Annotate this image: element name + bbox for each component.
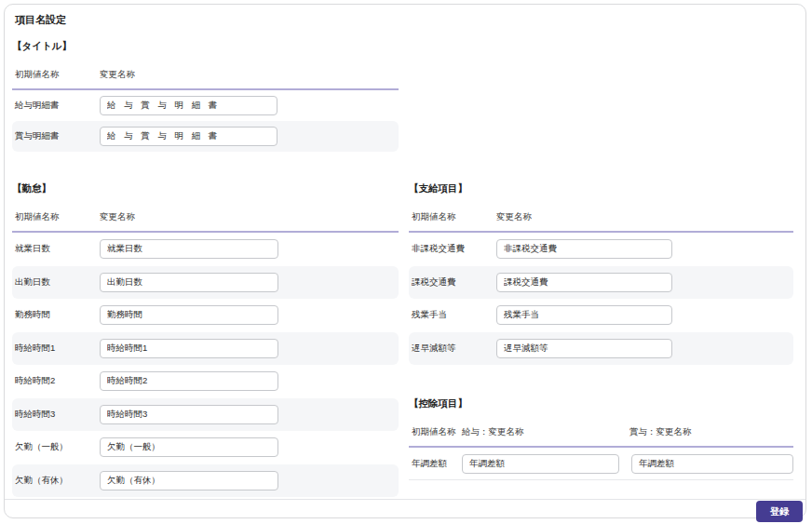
table-row: 勤務時間 xyxy=(12,299,399,332)
column-header-changed: 変更名称 xyxy=(100,69,135,81)
rename-input[interactable] xyxy=(496,305,672,325)
row-label: 時給時間3 xyxy=(15,409,100,421)
rename-input[interactable] xyxy=(496,339,672,358)
table-row: 欠勤（一般） xyxy=(12,431,399,464)
table-row: 出勤日数 xyxy=(12,266,399,300)
rename-input[interactable] xyxy=(100,96,277,115)
row-label: 就業日数 xyxy=(15,243,100,255)
rename-input[interactable] xyxy=(100,339,278,358)
section-deduction-items: 【控除項目】 初期値名称 給与：変更名称 賞与：変更名称 年調差額 xyxy=(409,396,793,480)
footer-divider xyxy=(5,499,805,500)
table-body: 就業日数 出勤日数 勤務時間 時給時間1 時給時間2 時給時間3 xyxy=(12,233,399,497)
table-row: 時給時間2 xyxy=(12,365,399,398)
row-label: 年調差額 xyxy=(412,458,462,470)
table-row: 給与明細書 xyxy=(12,90,399,121)
column-header-salary-changed: 給与：変更名称 xyxy=(462,426,629,438)
table-row: 遅早減額等 xyxy=(409,332,793,366)
column-headers: 初期値名称 変更名称 xyxy=(12,211,399,233)
column-header-changed: 変更名称 xyxy=(100,211,135,223)
table-body: 非課税交通費 課税交通費 残業手当 遅早減額等 xyxy=(409,233,793,365)
table-row: 時給時間1 xyxy=(12,332,399,366)
table-row: 時給時間3 xyxy=(12,398,399,432)
table-row: 課税交通費 xyxy=(409,266,793,300)
column-headers: 初期値名称 給与：変更名称 賞与：変更名称 xyxy=(409,426,793,448)
section-title-names: 【タイトル】 初期値名称 変更名称 給与明細書 賞与明細書 xyxy=(12,39,399,152)
row-label: 欠勤（有休） xyxy=(15,475,100,487)
section-heading: 【勤怠】 xyxy=(12,181,399,195)
page-title: 項目名設定 xyxy=(15,13,66,27)
rename-input[interactable] xyxy=(496,273,672,292)
table-row: 就業日数 xyxy=(12,233,399,266)
row-label: 給与明細書 xyxy=(15,100,100,112)
rename-input[interactable] xyxy=(100,371,278,391)
section-heading: 【タイトル】 xyxy=(12,39,399,52)
table-row: 賞与明細書 xyxy=(12,121,399,152)
section-payment-items: 【支給項目】 初期値名称 変更名称 非課税交通費 課税交通費 残業手当 遅早減額… xyxy=(409,181,793,365)
submit-button[interactable]: 登録 xyxy=(756,501,803,522)
row-label: 賞与明細書 xyxy=(15,130,100,142)
column-headers: 初期値名称 変更名称 xyxy=(409,211,793,233)
table-row: 年調差額 xyxy=(409,448,793,480)
column-header-initial: 初期値名称 xyxy=(412,211,496,223)
section-heading: 【控除項目】 xyxy=(409,396,793,410)
bonus-rename-input[interactable] xyxy=(631,454,793,474)
rename-input[interactable] xyxy=(496,239,672,259)
column-header-initial: 初期値名称 xyxy=(15,69,100,81)
table-row: 残業手当 xyxy=(409,299,793,332)
table-body: 給与明細書 賞与明細書 xyxy=(12,90,399,152)
row-label: 遅早減額等 xyxy=(412,343,496,355)
salary-rename-input[interactable] xyxy=(462,454,619,474)
row-label: 非課税交通費 xyxy=(412,243,496,255)
column-header-initial: 初期値名称 xyxy=(15,211,100,223)
section-attendance: 【勤怠】 初期値名称 変更名称 就業日数 出勤日数 勤務時間 時給時間1 xyxy=(12,181,399,497)
row-label: 欠勤（一般） xyxy=(15,441,100,453)
row-label: 時給時間1 xyxy=(15,343,100,355)
row-label: 時給時間2 xyxy=(15,375,100,387)
item-name-settings-panel: 項目名設定 【タイトル】 初期値名称 変更名称 給与明細書 賞与明細書 【勤怠】… xyxy=(4,4,806,518)
row-label: 課税交通費 xyxy=(412,276,496,289)
row-label: 出勤日数 xyxy=(15,276,100,289)
table-row: 非課税交通費 xyxy=(409,233,793,266)
section-heading: 【支給項目】 xyxy=(409,181,793,195)
rename-input[interactable] xyxy=(100,239,278,259)
rename-input[interactable] xyxy=(100,437,278,457)
rename-input[interactable] xyxy=(100,273,278,292)
column-header-initial: 初期値名称 xyxy=(412,426,462,438)
rename-input[interactable] xyxy=(100,127,277,146)
table-body: 年調差額 xyxy=(409,448,793,480)
rename-input[interactable] xyxy=(100,305,278,325)
column-header-bonus-changed: 賞与：変更名称 xyxy=(629,426,692,438)
row-label: 勤務時間 xyxy=(15,309,100,321)
column-header-changed: 変更名称 xyxy=(496,211,532,223)
rename-input[interactable] xyxy=(100,405,278,424)
rename-input[interactable] xyxy=(100,471,278,490)
row-label: 残業手当 xyxy=(412,309,496,321)
table-row: 欠勤（有休） xyxy=(12,464,399,498)
column-headers: 初期値名称 変更名称 xyxy=(12,69,399,90)
